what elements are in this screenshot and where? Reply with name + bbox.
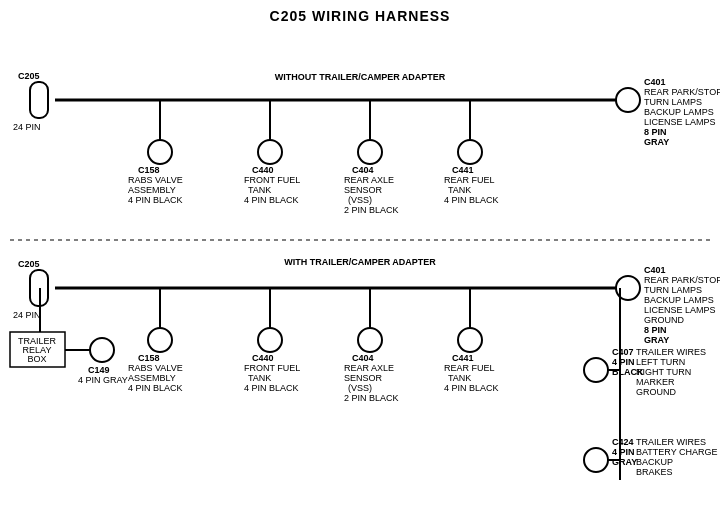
top-c158-desc3: 4 PIN BLACK — [128, 195, 183, 205]
top-c441-connector — [458, 140, 482, 164]
bottom-c407-pins1: 4 PIN — [612, 357, 635, 367]
bottom-c205-label: C205 — [18, 259, 40, 269]
top-c401-desc4: LICENSE LAMPS — [644, 117, 716, 127]
bottom-c407-desc3: RIGHT TURN — [636, 367, 691, 377]
top-c441-desc3: 4 PIN BLACK — [444, 195, 499, 205]
top-c440-connector — [258, 140, 282, 164]
bottom-c149-pins: 4 PIN GRAY — [78, 375, 128, 385]
top-c441-desc2: TANK — [448, 185, 471, 195]
bottom-c404-desc1: REAR AXLE — [344, 363, 394, 373]
bottom-c424-pins1: 4 PIN — [612, 447, 635, 457]
top-c401-connector — [616, 88, 640, 112]
bottom-c441-desc3: 4 PIN BLACK — [444, 383, 499, 393]
bottom-c407-connector — [584, 358, 608, 382]
top-c441-desc1: REAR FUEL — [444, 175, 495, 185]
top-c401-pins: 8 PIN — [644, 127, 667, 137]
top-c401-color: GRAY — [644, 137, 669, 147]
top-c440-label: C440 — [252, 165, 274, 175]
top-c404-desc4: 2 PIN BLACK — [344, 205, 399, 215]
bottom-c404-desc2: SENSOR — [344, 373, 383, 383]
bottom-c158-label: C158 — [138, 353, 160, 363]
bottom-c404-label: C404 — [352, 353, 374, 363]
bottom-c158-desc2: ASSEMBLY — [128, 373, 176, 383]
top-c404-desc1: REAR AXLE — [344, 175, 394, 185]
bottom-c407-desc1: TRAILER WIRES — [636, 347, 706, 357]
bottom-c407-desc5: GROUND — [636, 387, 676, 397]
bottom-c407-desc2: LEFT TURN — [636, 357, 685, 367]
top-c401-desc1: REAR PARK/STOP — [644, 87, 720, 97]
top-c158-desc1: RABS VALVE — [128, 175, 183, 185]
trailer-relay-label3: BOX — [27, 354, 46, 364]
bottom-c205-pins: 24 PIN — [13, 310, 41, 320]
bottom-c424-desc1: TRAILER WIRES — [636, 437, 706, 447]
bottom-c149-connector — [90, 338, 114, 362]
top-c440-desc2: TANK — [248, 185, 271, 195]
bottom-c441-desc2: TANK — [448, 373, 471, 383]
bottom-c158-desc3: 4 PIN BLACK — [128, 383, 183, 393]
top-c205-label: C205 — [18, 71, 40, 81]
bottom-c404-connector — [358, 328, 382, 352]
bottom-c158-desc1: RABS VALVE — [128, 363, 183, 373]
bottom-c401-desc5: GROUND — [644, 315, 684, 325]
top-c158-desc2: ASSEMBLY — [128, 185, 176, 195]
bottom-c404-desc3: (VSS) — [348, 383, 372, 393]
top-c441-label: C441 — [452, 165, 474, 175]
top-c401-desc2: TURN LAMPS — [644, 97, 702, 107]
bottom-c401-desc4: LICENSE LAMPS — [644, 305, 716, 315]
bottom-c401-pins: 8 PIN — [644, 325, 667, 335]
bottom-c158-connector — [148, 328, 172, 352]
bottom-c149-label: C149 — [88, 365, 110, 375]
bottom-section-label: WITH TRAILER/CAMPER ADAPTER — [284, 257, 436, 267]
bottom-c441-desc1: REAR FUEL — [444, 363, 495, 373]
bottom-c440-desc2: TANK — [248, 373, 271, 383]
diagram-container: WITHOUT TRAILER/CAMPER ADAPTER C205 24 P… — [0, 30, 720, 517]
top-c404-connector — [358, 140, 382, 164]
top-c440-desc1: FRONT FUEL — [244, 175, 300, 185]
bottom-c404-desc4: 2 PIN BLACK — [344, 393, 399, 403]
bottom-c401-desc2: TURN LAMPS — [644, 285, 702, 295]
bottom-c407-label: C407 — [612, 347, 634, 357]
top-c158-label: C158 — [138, 165, 160, 175]
bottom-c424-desc2: BATTERY CHARGE — [636, 447, 718, 457]
bottom-c441-label: C441 — [452, 353, 474, 363]
page-title: C205 WIRING HARNESS — [0, 0, 720, 24]
top-c404-desc2: SENSOR — [344, 185, 383, 195]
bottom-c440-label: C440 — [252, 353, 274, 363]
bottom-c401-desc1: REAR PARK/STOP — [644, 275, 720, 285]
top-c404-desc3: (VSS) — [348, 195, 372, 205]
bottom-c407-desc4: MARKER — [636, 377, 675, 387]
wiring-diagram: WITHOUT TRAILER/CAMPER ADAPTER C205 24 P… — [0, 30, 720, 517]
top-c404-label: C404 — [352, 165, 374, 175]
top-c158-connector — [148, 140, 172, 164]
top-c401-desc3: BACKUP LAMPS — [644, 107, 714, 117]
top-c205-pins: 24 PIN — [13, 122, 41, 132]
bottom-c424-connector — [584, 448, 608, 472]
top-c440-desc3: 4 PIN BLACK — [244, 195, 299, 205]
bottom-c440-connector — [258, 328, 282, 352]
bottom-c424-label: C424 — [612, 437, 634, 447]
bottom-c401-desc3: BACKUP LAMPS — [644, 295, 714, 305]
bottom-c424-pins2: GRAY — [612, 457, 637, 467]
bottom-c440-desc1: FRONT FUEL — [244, 363, 300, 373]
top-c401-label: C401 — [644, 77, 666, 87]
bottom-c441-connector — [458, 328, 482, 352]
bottom-c401-color: GRAY — [644, 335, 669, 345]
bottom-c440-desc3: 4 PIN BLACK — [244, 383, 299, 393]
bottom-c424-desc3: BACKUP — [636, 457, 673, 467]
top-c205-connector — [30, 82, 48, 118]
bottom-c401-label: C401 — [644, 265, 666, 275]
top-section-label: WITHOUT TRAILER/CAMPER ADAPTER — [275, 72, 446, 82]
bottom-c424-desc4: BRAKES — [636, 467, 673, 477]
